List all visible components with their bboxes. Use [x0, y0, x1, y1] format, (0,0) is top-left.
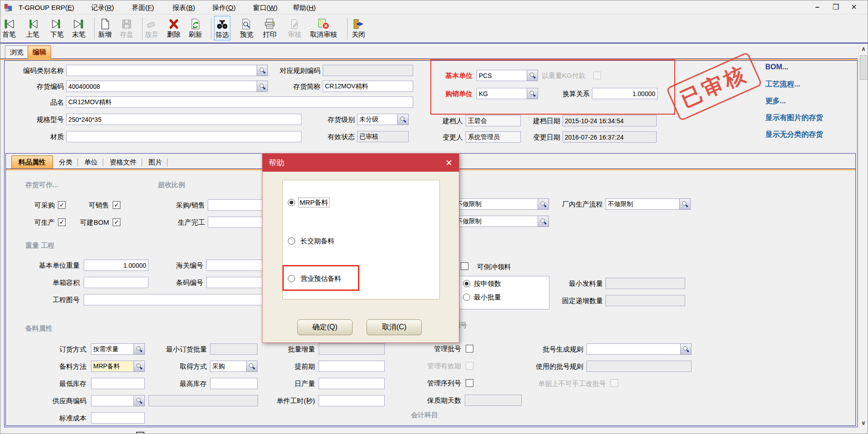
order-mode-input[interactable]: [91, 343, 134, 355]
restriction-lookup-1[interactable]: [538, 198, 549, 210]
manage-serial-checkbox[interactable]: [466, 379, 473, 387]
subtab-category[interactable]: 分类: [55, 156, 76, 169]
code-type-input[interactable]: [66, 65, 257, 76]
scroll-up-arrow[interactable]: ∧: [859, 44, 868, 53]
unit-weight-input[interactable]: [84, 260, 148, 271]
min-stock-input[interactable]: [91, 378, 145, 389]
acquire-mode-input[interactable]: [210, 361, 247, 372]
prep-method-lookup[interactable]: [134, 361, 145, 372]
next-record-button[interactable]: 下笔: [49, 16, 65, 39]
restore-button[interactable]: ❐: [830, 2, 841, 12]
acquire-mode-lookup[interactable]: [246, 361, 258, 372]
refresh-button[interactable]: 刷新: [188, 16, 203, 39]
mrp-option-radio[interactable]: [288, 199, 295, 206]
min-batch-radio[interactable]: [463, 294, 470, 301]
level-lookup-button[interactable]: [397, 114, 409, 125]
code-type-lookup-button[interactable]: [257, 65, 268, 76]
long-lead-option-radio[interactable]: [288, 237, 295, 245]
long-lead-option-label[interactable]: 长交期备料: [300, 236, 334, 246]
tab-edit[interactable]: 编辑: [28, 45, 51, 59]
conversion-input[interactable]: [592, 88, 658, 99]
menu-record[interactable]: 记录(R): [91, 2, 114, 13]
filter-button[interactable]: 筛选: [214, 16, 230, 40]
dialog-close-icon[interactable]: ✕: [445, 159, 453, 167]
menu-report[interactable]: 报表(B): [172, 2, 195, 13]
unaudit-button[interactable]: 取消审核: [309, 16, 338, 39]
subtab-qualification[interactable]: 资格文件: [105, 156, 141, 169]
by-request-radio[interactable]: [463, 280, 470, 287]
daily-output-input[interactable]: [319, 378, 385, 389]
more-link[interactable]: 更多...: [765, 96, 786, 106]
menu-file[interactable]: T-GROUP ERP(E): [19, 2, 74, 13]
tab-browse[interactable]: 浏览: [5, 45, 29, 59]
minimize-button[interactable]: –: [812, 2, 823, 12]
toolbar-separator: [142, 18, 143, 39]
audit-icon: [289, 16, 300, 30]
batch-rule-lookup[interactable]: [680, 343, 692, 355]
factory-flow-input[interactable]: [606, 198, 680, 210]
restriction-input-2[interactable]: [454, 216, 538, 227]
sellable-checkbox[interactable]: ✓: [113, 201, 120, 209]
restriction-input-1[interactable]: [454, 198, 538, 210]
item-code-input[interactable]: [66, 81, 257, 92]
magnifier-icon: [540, 201, 547, 208]
scroll-thumb[interactable]: [860, 55, 868, 80]
batch-incr-input: [319, 343, 385, 355]
min-order-label: 最小订货批量: [156, 343, 207, 355]
trade-unit-lookup-button[interactable]: [527, 88, 538, 99]
menu-operation[interactable]: 操作(O): [212, 2, 236, 13]
unit-hours-input[interactable]: [319, 395, 385, 406]
close-window-button[interactable]: ✕: [849, 2, 859, 12]
short-name-input[interactable]: [323, 81, 413, 92]
item-code-lookup-button[interactable]: [257, 81, 268, 92]
product-name-input[interactable]: [66, 96, 413, 108]
base-unit-input[interactable]: [477, 70, 527, 81]
dialog-ok-button[interactable]: 确定(Q): [297, 319, 353, 335]
first-record-button[interactable]: 首笔: [1, 16, 17, 39]
preview-button[interactable]: 预览: [239, 16, 254, 39]
delete-button[interactable]: 删除: [166, 16, 181, 39]
prev-record-button[interactable]: 上笔: [25, 16, 40, 39]
backflush-checkbox[interactable]: [461, 262, 468, 270]
supplier-code-input[interactable]: [91, 395, 134, 406]
order-mode-lookup[interactable]: [134, 343, 145, 355]
last-record-button[interactable]: 末笔: [71, 16, 86, 39]
restriction-lookup-2[interactable]: [538, 216, 549, 227]
print-button[interactable]: 打印: [262, 16, 277, 39]
menu-window[interactable]: 窗口(W): [253, 2, 277, 13]
max-stock-input[interactable]: [210, 378, 258, 389]
batch-rule-input[interactable]: [587, 343, 681, 355]
drawing-no-input[interactable]: [84, 294, 290, 305]
box-volume-input[interactable]: [84, 277, 148, 288]
material-input[interactable]: [66, 131, 301, 142]
subtab-attributes[interactable]: 料品属性: [11, 155, 53, 169]
dialog-cancel-button[interactable]: 取消(C): [367, 319, 422, 335]
prep-method-input[interactable]: [91, 361, 134, 372]
new-button[interactable]: 新增: [97, 16, 113, 39]
base-unit-lookup-button[interactable]: [527, 70, 538, 81]
mrp-option-label[interactable]: MRP备料: [299, 198, 329, 207]
menu-interface[interactable]: 界面(F): [132, 2, 154, 13]
supplier-code-lookup[interactable]: [134, 395, 145, 406]
lead-time-input[interactable]: [319, 361, 385, 372]
manage-batch-checkbox[interactable]: [466, 345, 473, 352]
bom-link[interactable]: BOM...: [765, 63, 788, 71]
close-form-button[interactable]: 关闭: [351, 16, 366, 39]
show-with-picture-link[interactable]: 显示有图片的存货: [765, 113, 823, 123]
std-cost-input[interactable]: [91, 412, 145, 424]
level-input[interactable]: [357, 114, 398, 125]
bomable-checkbox[interactable]: ✓: [113, 218, 120, 226]
scroll-down-arrow[interactable]: ∨: [859, 419, 868, 428]
subtab-unit[interactable]: 单位: [80, 156, 102, 169]
trade-unit-input[interactable]: [477, 88, 527, 99]
spec-input[interactable]: [66, 114, 301, 125]
factory-flow-lookup[interactable]: [679, 198, 691, 210]
process-flow-link[interactable]: 工艺流程...: [765, 80, 800, 89]
nav-last-icon: [73, 16, 85, 30]
purchasable-checkbox[interactable]: ✓: [58, 201, 66, 209]
show-uncategorized-link[interactable]: 显示无分类的存货: [765, 130, 823, 140]
producible-checkbox[interactable]: ✓: [58, 218, 66, 226]
menu-help[interactable]: 帮助(H): [293, 2, 316, 13]
subtab-picture[interactable]: 图片: [144, 156, 166, 169]
vertical-scrollbar[interactable]: ∧ ∨: [858, 44, 868, 429]
